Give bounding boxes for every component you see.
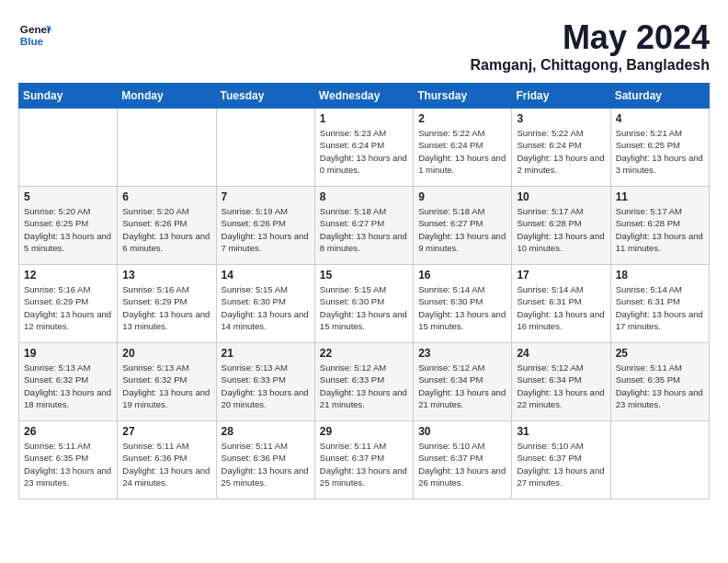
day-cell-7: 7Sunrise: 5:19 AMSunset: 6:26 PMDaylight… <box>216 187 314 265</box>
day-cell-12: 12Sunrise: 5:16 AMSunset: 6:29 PMDayligh… <box>19 265 118 343</box>
day-info: Sunrise: 5:12 AMSunset: 6:34 PMDaylight:… <box>517 362 605 410</box>
day-info: Sunrise: 5:23 AMSunset: 6:24 PMDaylight:… <box>320 127 408 176</box>
day-number: 18 <box>616 269 704 282</box>
day-cell-19: 19Sunrise: 5:13 AMSunset: 6:32 PMDayligh… <box>19 343 118 421</box>
day-number: 17 <box>517 269 605 282</box>
day-info: Sunrise: 5:18 AMSunset: 6:27 PMDaylight:… <box>418 205 506 254</box>
svg-text:General: General <box>20 23 51 35</box>
day-info: Sunrise: 5:16 AMSunset: 6:29 PMDaylight:… <box>122 283 210 332</box>
day-number: 13 <box>122 269 210 282</box>
day-info: Sunrise: 5:10 AMSunset: 6:37 PMDaylight:… <box>418 440 506 488</box>
day-info: Sunrise: 5:11 AMSunset: 6:36 PMDaylight:… <box>222 440 310 488</box>
day-info: Sunrise: 5:14 AMSunset: 6:30 PMDaylight:… <box>418 283 506 332</box>
day-number: 30 <box>418 425 506 438</box>
day-cell-27: 27Sunrise: 5:11 AMSunset: 6:36 PMDayligh… <box>118 421 216 500</box>
location-title: Ramganj, Chittagong, Bangladesh <box>471 57 710 74</box>
day-number: 15 <box>320 269 408 282</box>
day-cell-4: 4Sunrise: 5:21 AMSunset: 6:25 PMDaylight… <box>610 109 709 187</box>
day-cell-18: 18Sunrise: 5:14 AMSunset: 6:31 PMDayligh… <box>610 265 709 343</box>
day-info: Sunrise: 5:20 AMSunset: 6:26 PMDaylight:… <box>122 205 210 254</box>
day-cell-28: 28Sunrise: 5:11 AMSunset: 6:36 PMDayligh… <box>216 421 314 500</box>
week-row-1: 1Sunrise: 5:23 AMSunset: 6:24 PMDaylight… <box>19 109 710 187</box>
logo: General Blue <box>18 18 51 52</box>
day-cell-6: 6Sunrise: 5:20 AMSunset: 6:26 PMDaylight… <box>118 187 216 265</box>
day-number: 21 <box>222 347 310 360</box>
day-cell-24: 24Sunrise: 5:12 AMSunset: 6:34 PMDayligh… <box>512 343 610 421</box>
day-info: Sunrise: 5:10 AMSunset: 6:37 PMDaylight:… <box>517 440 605 488</box>
day-number: 9 <box>418 190 506 203</box>
day-number: 29 <box>320 425 408 438</box>
day-info: Sunrise: 5:11 AMSunset: 6:36 PMDaylight:… <box>122 440 210 488</box>
weekday-header-friday: Friday <box>512 84 610 109</box>
day-info: Sunrise: 5:13 AMSunset: 6:33 PMDaylight:… <box>222 362 310 410</box>
day-number: 20 <box>122 347 210 360</box>
day-cell-11: 11Sunrise: 5:17 AMSunset: 6:28 PMDayligh… <box>610 187 709 265</box>
day-number: 12 <box>24 269 112 282</box>
day-number: 2 <box>418 112 506 125</box>
day-info: Sunrise: 5:22 AMSunset: 6:24 PMDaylight:… <box>418 127 506 176</box>
week-row-2: 5Sunrise: 5:20 AMSunset: 6:25 PMDaylight… <box>19 187 710 265</box>
day-number: 4 <box>616 112 704 125</box>
weekday-header-monday: Monday <box>118 84 216 109</box>
day-cell-1: 1Sunrise: 5:23 AMSunset: 6:24 PMDaylight… <box>314 109 413 187</box>
day-cell-3: 3Sunrise: 5:22 AMSunset: 6:24 PMDaylight… <box>512 109 610 187</box>
day-cell-26: 26Sunrise: 5:11 AMSunset: 6:35 PMDayligh… <box>19 421 118 500</box>
day-cell-8: 8Sunrise: 5:18 AMSunset: 6:27 PMDaylight… <box>314 187 413 265</box>
day-number: 14 <box>222 269 310 282</box>
day-cell-29: 29Sunrise: 5:11 AMSunset: 6:37 PMDayligh… <box>314 421 413 500</box>
weekday-header-wednesday: Wednesday <box>314 84 413 109</box>
day-cell-5: 5Sunrise: 5:20 AMSunset: 6:25 PMDaylight… <box>19 187 118 265</box>
empty-cell <box>610 421 709 500</box>
day-number: 26 <box>24 425 112 438</box>
weekday-header-thursday: Thursday <box>414 84 512 109</box>
day-info: Sunrise: 5:20 AMSunset: 6:25 PMDaylight:… <box>24 205 112 254</box>
day-number: 10 <box>517 190 605 203</box>
day-cell-17: 17Sunrise: 5:14 AMSunset: 6:31 PMDayligh… <box>512 265 610 343</box>
day-number: 16 <box>418 269 506 282</box>
day-info: Sunrise: 5:21 AMSunset: 6:25 PMDaylight:… <box>616 127 704 176</box>
day-cell-2: 2Sunrise: 5:22 AMSunset: 6:24 PMDaylight… <box>414 109 512 187</box>
day-cell-10: 10Sunrise: 5:17 AMSunset: 6:28 PMDayligh… <box>512 187 610 265</box>
day-info: Sunrise: 5:15 AMSunset: 6:30 PMDaylight:… <box>320 283 408 332</box>
day-cell-21: 21Sunrise: 5:13 AMSunset: 6:33 PMDayligh… <box>216 343 314 421</box>
day-info: Sunrise: 5:12 AMSunset: 6:34 PMDaylight:… <box>418 362 506 410</box>
day-cell-20: 20Sunrise: 5:13 AMSunset: 6:32 PMDayligh… <box>118 343 216 421</box>
calendar-table: SundayMondayTuesdayWednesdayThursdayFrid… <box>18 83 710 500</box>
day-number: 22 <box>320 347 408 360</box>
day-info: Sunrise: 5:16 AMSunset: 6:29 PMDaylight:… <box>24 283 112 332</box>
weekday-header-tuesday: Tuesday <box>216 84 314 109</box>
day-info: Sunrise: 5:14 AMSunset: 6:31 PMDaylight:… <box>616 283 704 332</box>
day-cell-9: 9Sunrise: 5:18 AMSunset: 6:27 PMDaylight… <box>414 187 512 265</box>
day-cell-25: 25Sunrise: 5:11 AMSunset: 6:35 PMDayligh… <box>610 343 709 421</box>
day-number: 25 <box>616 347 704 360</box>
day-info: Sunrise: 5:19 AMSunset: 6:26 PMDaylight:… <box>222 205 310 254</box>
day-cell-16: 16Sunrise: 5:14 AMSunset: 6:30 PMDayligh… <box>414 265 512 343</box>
day-number: 27 <box>122 425 210 438</box>
day-number: 8 <box>320 190 408 203</box>
week-row-3: 12Sunrise: 5:16 AMSunset: 6:29 PMDayligh… <box>19 265 710 343</box>
month-title: May 2024 <box>471 18 710 57</box>
day-number: 7 <box>222 190 310 203</box>
svg-text:Blue: Blue <box>20 35 44 47</box>
empty-cell <box>216 109 314 187</box>
day-cell-23: 23Sunrise: 5:12 AMSunset: 6:34 PMDayligh… <box>414 343 512 421</box>
day-info: Sunrise: 5:17 AMSunset: 6:28 PMDaylight:… <box>616 205 704 254</box>
logo-icon: General Blue <box>18 18 51 52</box>
day-cell-31: 31Sunrise: 5:10 AMSunset: 6:37 PMDayligh… <box>512 421 610 500</box>
weekday-header-sunday: Sunday <box>19 84 118 109</box>
day-info: Sunrise: 5:18 AMSunset: 6:27 PMDaylight:… <box>320 205 408 254</box>
day-info: Sunrise: 5:22 AMSunset: 6:24 PMDaylight:… <box>517 127 605 176</box>
day-cell-30: 30Sunrise: 5:10 AMSunset: 6:37 PMDayligh… <box>414 421 512 500</box>
day-cell-14: 14Sunrise: 5:15 AMSunset: 6:30 PMDayligh… <box>216 265 314 343</box>
day-number: 11 <box>616 190 704 203</box>
day-info: Sunrise: 5:14 AMSunset: 6:31 PMDaylight:… <box>517 283 605 332</box>
day-info: Sunrise: 5:11 AMSunset: 6:35 PMDaylight:… <box>24 440 112 488</box>
day-info: Sunrise: 5:11 AMSunset: 6:35 PMDaylight:… <box>616 362 704 410</box>
empty-cell <box>19 109 118 187</box>
week-row-5: 26Sunrise: 5:11 AMSunset: 6:35 PMDayligh… <box>19 421 710 500</box>
day-number: 19 <box>24 347 112 360</box>
day-info: Sunrise: 5:13 AMSunset: 6:32 PMDaylight:… <box>122 362 210 410</box>
week-row-4: 19Sunrise: 5:13 AMSunset: 6:32 PMDayligh… <box>19 343 710 421</box>
day-number: 28 <box>222 425 310 438</box>
day-info: Sunrise: 5:17 AMSunset: 6:28 PMDaylight:… <box>517 205 605 254</box>
